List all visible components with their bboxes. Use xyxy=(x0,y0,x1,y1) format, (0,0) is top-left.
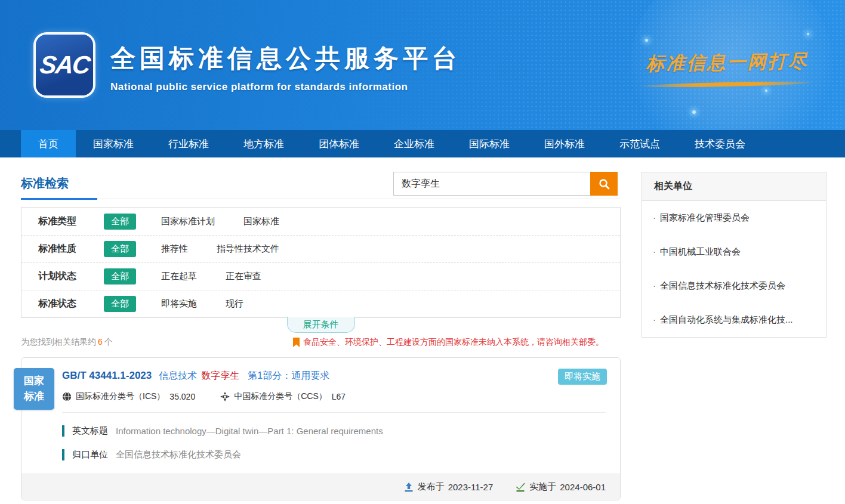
standard-result-card: 国家 标准 即将实施 GB/T 43441.1-2023 信息技术 数字孪生 第… xyxy=(21,357,621,500)
all-button[interactable]: 全部 xyxy=(104,268,136,285)
published-date-item: 发布于 2023-11-27 xyxy=(404,481,494,493)
divider xyxy=(62,412,606,413)
nav-item-industry-standards[interactable]: 行业标准 xyxy=(151,130,226,157)
slogan-text: 标准信息一网打尽 xyxy=(642,49,813,77)
result-count-suffix: 个 xyxy=(104,337,113,347)
filter-row-standard-type: 标准类型 全部 国家标准计划 国家标准 xyxy=(21,208,620,235)
result-count-number: 6 xyxy=(98,337,103,347)
sac-logo-text: SAC xyxy=(38,51,91,79)
nav-item-international-standards[interactable]: 国际标准 xyxy=(452,130,527,157)
published-label: 发布于 xyxy=(418,481,445,493)
related-unit-link[interactable]: 中国机械工业联合会 xyxy=(642,235,826,269)
filter-row-plan-status: 计划状态 全部 正在起草 正在审查 xyxy=(21,262,620,290)
filter-label: 标准类型 xyxy=(38,215,85,228)
search-button[interactable] xyxy=(590,172,618,196)
filter-option[interactable]: 指导性技术文件 xyxy=(217,243,279,255)
english-title-value: Information technology—Digital twin—Part… xyxy=(116,426,383,436)
page-title: 标准检索 xyxy=(21,172,69,191)
implemented-date-item: 实施于 2024-06-01 xyxy=(516,481,606,493)
status-badge: 即将实施 xyxy=(558,369,607,385)
badge-line2: 标准 xyxy=(24,389,44,404)
system-notice: 食品安全、环境保护、工程建设方面的国家标准未纳入本系统，请咨询相关部委。 xyxy=(293,337,604,348)
ccs-label: 中国标准分类号（CCS） xyxy=(234,391,327,402)
implemented-label: 实施于 xyxy=(529,481,556,493)
filter-panel: 标准类型 全部 国家标准计划 国家标准 标准性质 全部 推荐性 指导性技术文件 … xyxy=(21,207,621,318)
nav-item-technical-committee[interactable]: 技术委员会 xyxy=(677,130,763,157)
main-nav: 首页 国家标准 行业标准 地方标准 团体标准 企业标准 国际标准 国外标准 示范… xyxy=(0,130,845,157)
nav-item-foreign-standards[interactable]: 国外标准 xyxy=(527,130,602,157)
bookmark-icon xyxy=(293,338,300,347)
filter-option[interactable]: 正在起草 xyxy=(161,271,197,282)
related-unit-link[interactable]: 全国自动化系统与集成标准化技... xyxy=(642,303,826,337)
nav-item-national-standards[interactable]: 国家标准 xyxy=(76,130,151,157)
related-units-panel: 相关单位 国家标准化管理委员会 中国机械工业联合会 全国信息技术标准化技术委员会… xyxy=(642,172,827,338)
english-title-row: 英文标题 Information technology—Digital twin… xyxy=(62,425,606,437)
ics-label: 国际标准分类号（ICS） xyxy=(76,391,165,402)
related-unit-link[interactable]: 国家标准化管理委员会 xyxy=(642,201,826,235)
filter-label: 标准性质 xyxy=(38,243,85,255)
committee-label: 归口单位 xyxy=(72,449,108,460)
nav-item-home[interactable]: 首页 xyxy=(21,130,76,157)
published-date: 2023-11-27 xyxy=(448,482,494,492)
filter-row-standard-nature: 标准性质 全部 推荐性 指导性技术文件 xyxy=(21,235,620,262)
ccs-value: L67 xyxy=(332,392,346,401)
standard-title-part2[interactable]: 第1部分：通用要求 xyxy=(248,370,329,382)
filter-label: 计划状态 xyxy=(38,270,85,283)
teal-bar xyxy=(62,425,64,437)
filter-label: 标准状态 xyxy=(38,298,85,310)
notice-text: 食品安全、环境保护、工程建设方面的国家标准未纳入本系统，请咨询相关部委。 xyxy=(303,337,604,348)
check-icon xyxy=(516,483,525,492)
compass-icon xyxy=(220,392,230,401)
title-underline xyxy=(21,198,97,200)
standard-title-highlight[interactable]: 数字孪生 xyxy=(201,370,239,382)
result-count-prefix: 为您找到相关结果约 xyxy=(21,337,96,347)
site-header: SAC 全国标准信息公共服务平台 National public service… xyxy=(0,0,845,130)
english-title-label: 英文标题 xyxy=(72,425,108,437)
sac-logo[interactable]: SAC xyxy=(36,35,93,95)
filter-option[interactable]: 推荐性 xyxy=(161,243,188,255)
committee-row: 归口单位 全国信息技术标准化技术委员会 xyxy=(62,449,606,460)
standard-code-link[interactable]: GB/T 43441.1-2023 xyxy=(62,370,152,382)
filter-option[interactable]: 现行 xyxy=(226,298,243,310)
card-footer: 发布于 2023-11-27 实施于 2024-06-01 xyxy=(21,474,620,500)
related-unit-link[interactable]: 全国信息技术标准化技术委员会 xyxy=(642,269,826,303)
filter-option[interactable]: 即将实施 xyxy=(161,298,197,310)
search-input[interactable] xyxy=(393,172,590,196)
standard-title-part1[interactable]: 信息技术 xyxy=(159,370,197,382)
ics-value: 35.020 xyxy=(169,392,195,401)
teal-bar xyxy=(62,449,64,460)
slogan-underline xyxy=(642,81,812,88)
filter-option[interactable]: 国家标准 xyxy=(243,216,279,227)
nav-item-pilot[interactable]: 示范试点 xyxy=(602,130,677,157)
site-subtitle: National public service platform for sta… xyxy=(110,81,461,93)
expand-conditions-button[interactable]: 展开条件 xyxy=(287,317,355,333)
search-section-header: 标准检索 xyxy=(21,172,621,199)
implemented-date: 2024-06-01 xyxy=(560,482,606,492)
badge-line1: 国家 xyxy=(24,373,44,389)
all-button[interactable]: 全部 xyxy=(104,241,136,257)
filter-option[interactable]: 国家标准计划 xyxy=(161,216,215,227)
nav-item-group-standards[interactable]: 团体标准 xyxy=(301,130,377,157)
result-count: 为您找到相关结果约6个 xyxy=(21,337,113,348)
header-slogan: 标准信息一网打尽 xyxy=(642,50,812,86)
all-button[interactable]: 全部 xyxy=(104,214,136,230)
filter-row-standard-status: 标准状态 全部 即将实施 现行 xyxy=(21,290,620,317)
magnifier-icon xyxy=(599,178,610,190)
committee-value: 全国信息技术标准化技术委员会 xyxy=(116,449,241,460)
standard-title[interactable]: GB/T 43441.1-2023 信息技术 数字孪生 第1部分：通用要求 xyxy=(62,370,606,382)
related-units-title: 相关单位 xyxy=(642,172,826,201)
site-title: 全国标准信息公共服务平台 xyxy=(110,42,461,75)
all-button[interactable]: 全部 xyxy=(104,296,136,312)
nav-item-local-standards[interactable]: 地方标准 xyxy=(226,130,301,157)
upload-icon xyxy=(404,483,414,492)
globe-icon xyxy=(62,392,72,401)
standard-type-badge[interactable]: 国家 标准 xyxy=(14,368,54,410)
nav-item-enterprise-standards[interactable]: 企业标准 xyxy=(377,130,452,157)
filter-option[interactable]: 正在审查 xyxy=(226,271,261,282)
